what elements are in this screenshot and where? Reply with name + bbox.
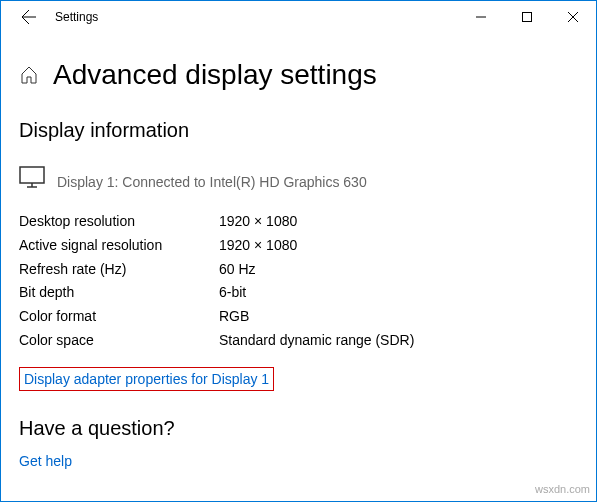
display-info-heading: Display information	[19, 119, 578, 142]
minimize-icon	[476, 12, 486, 22]
table-row: Active signal resolution 1920 × 1080	[19, 234, 578, 258]
table-row: Refresh rate (Hz) 60 Hz	[19, 258, 578, 282]
info-value: 6-bit	[219, 281, 246, 305]
info-label: Color space	[19, 329, 219, 353]
question-heading: Have a question?	[19, 417, 578, 440]
info-value: RGB	[219, 305, 249, 329]
page-header: Advanced display settings	[19, 59, 578, 91]
titlebar: Settings	[1, 1, 596, 33]
back-arrow-icon	[21, 9, 37, 25]
page-title: Advanced display settings	[53, 59, 377, 91]
table-row: Bit depth 6-bit	[19, 281, 578, 305]
info-label: Active signal resolution	[19, 234, 219, 258]
display-connection-text: Display 1: Connected to Intel(R) HD Grap…	[57, 174, 367, 192]
info-value: 60 Hz	[219, 258, 256, 282]
info-label: Refresh rate (Hz)	[19, 258, 219, 282]
display-info-table: Desktop resolution 1920 × 1080 Active si…	[19, 210, 578, 353]
watermark: wsxdn.com	[535, 483, 590, 495]
table-row: Color format RGB	[19, 305, 578, 329]
monitor-icon	[19, 166, 45, 192]
home-icon[interactable]	[19, 65, 39, 85]
maximize-icon	[522, 12, 532, 22]
adapter-link-highlight: Display adapter properties for Display 1	[19, 367, 274, 391]
info-label: Desktop resolution	[19, 210, 219, 234]
svg-rect-1	[20, 167, 44, 183]
close-icon	[568, 12, 578, 22]
info-label: Color format	[19, 305, 219, 329]
info-value: 1920 × 1080	[219, 234, 297, 258]
window-controls	[458, 1, 596, 33]
svg-rect-0	[523, 13, 532, 22]
info-label: Bit depth	[19, 281, 219, 305]
get-help-link[interactable]: Get help	[19, 453, 72, 469]
table-row: Desktop resolution 1920 × 1080	[19, 210, 578, 234]
window-title: Settings	[55, 10, 98, 24]
content-area: Advanced display settings Display inform…	[1, 33, 596, 470]
minimize-button[interactable]	[458, 1, 504, 33]
maximize-button[interactable]	[504, 1, 550, 33]
display-connection-row: Display 1: Connected to Intel(R) HD Grap…	[19, 166, 578, 192]
close-button[interactable]	[550, 1, 596, 33]
back-button[interactable]	[9, 1, 49, 33]
info-value: Standard dynamic range (SDR)	[219, 329, 414, 353]
info-value: 1920 × 1080	[219, 210, 297, 234]
display-adapter-link[interactable]: Display adapter properties for Display 1	[24, 371, 269, 387]
table-row: Color space Standard dynamic range (SDR)	[19, 329, 578, 353]
